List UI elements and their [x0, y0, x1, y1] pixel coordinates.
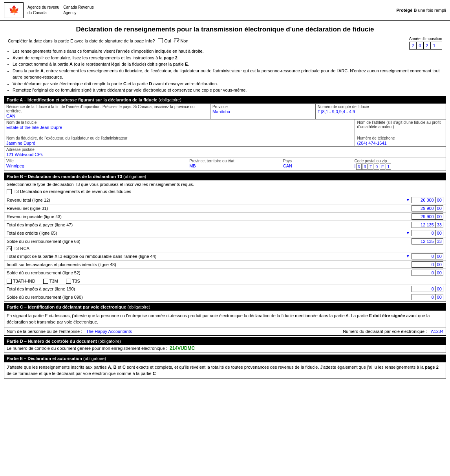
postal-0[interactable]: R [356, 164, 362, 170]
amount-label-8: Solde dû ou remboursement (ligne 52) [7, 270, 412, 275]
annee-digit-4[interactable]: 1 [431, 42, 438, 49]
amount-label-1: Revenu net (ligne 31) [7, 206, 412, 211]
adresse-row: Adresse postale 121 Wildwood CPk [4, 146, 446, 158]
fiduciaire-cell: Nom du fiduciaire, de l'exécuteur, du li… [4, 135, 355, 146]
fiduciaire-value[interactable]: Jasmine Dupré [6, 141, 353, 145]
amount-value-7: 0 00 [412, 261, 443, 268]
prov-terr-value[interactable]: MB [189, 164, 279, 168]
bullet-4: Dans la partie A, entrez seulement les r… [13, 68, 442, 81]
amount-cents-8: 00 [435, 270, 443, 276]
amount-int-6: 0 [412, 254, 435, 259]
postal-3[interactable]: 0 [374, 164, 379, 170]
t3s-label: T3S [72, 279, 80, 283]
pays-value[interactable]: CAN [283, 164, 350, 168]
canada-logo: 🍁 [4, 2, 24, 18]
amount-box-3[interactable]: 12 135 33 [412, 222, 443, 228]
part-c-text: En signant la partie E ci-dessous, j'att… [4, 311, 446, 327]
part-a-header: Partie A – Identification et adresse fig… [4, 96, 446, 103]
residence-row: Résidence de la fiducie à la fin de l'an… [4, 103, 446, 119]
part-c-fields: Nom de la personne ou de l'entreprise : … [4, 327, 446, 335]
adresse-value[interactable]: 121 Wildwood CPk [6, 152, 444, 157]
t3-checkbox[interactable] [7, 189, 12, 194]
amount-box-0[interactable]: 26 000 00 [412, 197, 443, 203]
postal-5[interactable]: 1 [386, 164, 391, 170]
intro-question-text: Compléter la date dans la partie E avec … [8, 39, 155, 43]
postal-prefix: | [354, 164, 355, 170]
nom-fiducie-label: Nom de la fiducie [6, 120, 353, 125]
arrow-icon-6: ▼ [406, 254, 410, 258]
amount-box-8[interactable]: 0 00 [412, 270, 443, 276]
protected-label: Protégé B une fois rempli [396, 8, 446, 13]
prov-terr-cell: Province, territoire ou état MB [187, 158, 281, 171]
nom-fiducie-row: Nom de la fiducie Estate of the late Jea… [4, 119, 446, 135]
control-number-label: Le numéro de contrôle du document généré… [7, 346, 167, 351]
amount-value-0: ▼ 26 000 00 [406, 197, 443, 203]
amount-value-4: ▼ 0 00 [406, 230, 443, 236]
amount-row-1: Revenu net (ligne 31) 29 900 00 [4, 204, 446, 212]
amount-value-8: 0 00 [412, 270, 443, 276]
amount-label-5: Solde dû ou remboursement (ligne 66) [7, 239, 412, 244]
amount-box-7[interactable]: 0 00 [412, 261, 443, 268]
t3m-label: T3M [49, 279, 58, 283]
part-a-section: Partie A – Identification et adresse fig… [4, 96, 446, 171]
province-value[interactable]: Manitoba [212, 109, 313, 114]
annee-cells: 2 0 2 1 [409, 42, 442, 50]
t3ath-checkbox[interactable] [7, 279, 12, 284]
postal-2[interactable]: T [368, 164, 373, 170]
header-left: 🍁 Agence du revenu du Canada Canada Reve… [4, 2, 94, 18]
nom-fiducie-value[interactable]: Estate of the late Jean Dupré [6, 125, 353, 130]
fiduciaire-label: Nom du fiduciaire, de l'exécuteur, du li… [6, 136, 353, 140]
ville-cell: Ville Winnipeg [4, 158, 187, 171]
postal-4[interactable]: E [380, 164, 385, 170]
non-label: Non [180, 39, 188, 43]
amount-box-10[interactable]: 0 00 [412, 294, 443, 300]
nom-enterprise-value[interactable]: The Happy Accountants [86, 329, 132, 334]
amount-int-2: 29 900 [412, 214, 435, 219]
amount-cents-7: 00 [435, 262, 443, 267]
amount-row-6: Total d'impôt de la partie XI.3 exigible… [4, 252, 446, 260]
amount-box-1[interactable]: 29 900 00 [412, 205, 443, 211]
amount-label-10: Solde dû ou remboursement (ligne 090) [7, 295, 412, 300]
t3s-checkbox[interactable] [66, 279, 71, 284]
t3rca-checkbox[interactable]: ✓ [7, 246, 12, 251]
account-number[interactable]: |8,1 - 9,0,9,4 - 4,9 [321, 109, 355, 114]
athlete-value[interactable] [357, 129, 444, 134]
other-checkboxes-row: T3ATH-IND T3M T3S [4, 277, 446, 285]
amount-row-9: Total des impôts à payer (ligne 190) 0 0… [4, 285, 446, 293]
annee-digit-3[interactable]: 2 [424, 42, 431, 49]
oui-checkbox-item: Oui [158, 38, 171, 43]
part-b-header: Partie B – Déclaration des montants de l… [4, 173, 446, 180]
oui-checkbox[interactable] [158, 38, 163, 43]
t3m-checkbox[interactable] [43, 279, 48, 284]
ville-value[interactable]: Winnipeg [6, 164, 185, 168]
annee-imposition: Année d'imposition 2 0 2 1 [409, 37, 442, 50]
residence-value[interactable]: CAN [6, 114, 208, 118]
amount-int-8: 0 [412, 270, 435, 276]
annee-label: Année d'imposition [409, 37, 442, 41]
bullet-3: Le contact nommé à la partie A (ou le re… [13, 61, 442, 68]
num-declarant-value[interactable]: A1234 [431, 329, 443, 334]
amount-box-4[interactable]: 0 00 [412, 230, 443, 236]
non-checkbox[interactable]: ✓ [174, 38, 179, 43]
control-number-value[interactable]: 214VUDMC [170, 346, 195, 351]
amount-int-5: 12 135 [412, 239, 435, 244]
nom-fiducie-cell: Nom de la fiducie Estate of the late Jea… [4, 119, 355, 135]
province-label: Province [212, 105, 313, 109]
part-e-header: Partie E – Déclaration et autorisation (… [4, 355, 446, 362]
postal-1[interactable]: 3 [362, 164, 368, 170]
t3-checkbox-row: T3 Déclaration de renseignements et de r… [4, 188, 446, 196]
residence-cell: Résidence de la fiducie à la fin de l'an… [4, 104, 210, 119]
amount-box-9[interactable]: 0 00 [412, 286, 443, 292]
annee-digit-2[interactable]: 0 [417, 42, 424, 49]
part-d-header: Partie D – Numéro de contrôle du documen… [4, 338, 446, 345]
telephone-value[interactable]: (204) 474-1641 [357, 141, 444, 145]
amount-box-5[interactable]: 12 135 33 [412, 238, 443, 244]
account-prefix: T [318, 109, 320, 114]
amount-int-10: 0 [412, 294, 435, 300]
amount-value-10: 0 00 [412, 294, 443, 300]
amount-value-6: ▼ 0 00 [406, 253, 443, 259]
amount-box-6[interactable]: 0 00 [412, 253, 443, 259]
amount-cents-1: 00 [435, 206, 443, 211]
amount-box-2[interactable]: 29 900 00 [412, 213, 443, 220]
annee-digit-1[interactable]: 2 [410, 42, 417, 49]
